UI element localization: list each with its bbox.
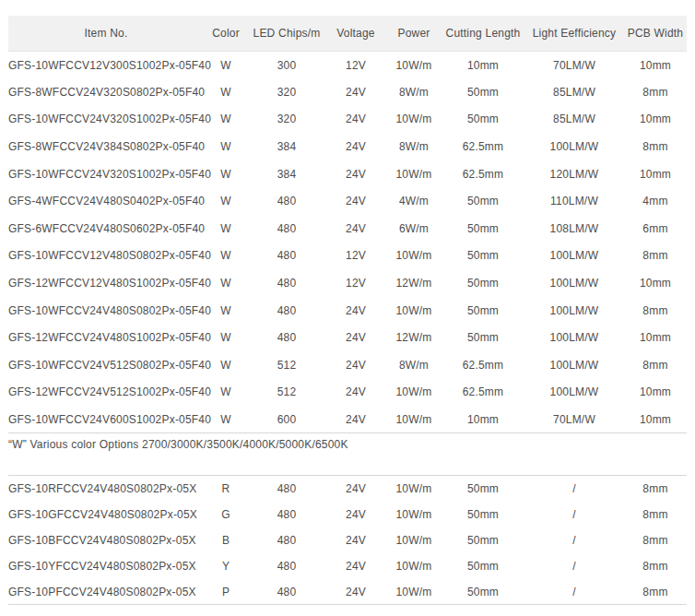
table-row: GFS-8WFCCV24V384S0802Px-05F40W38424V8W/m… xyxy=(8,133,687,160)
cell-voltage: 24V xyxy=(325,553,386,579)
table-row: GFS-8WFCCV24V320S0802Px-05F40W32024V8W/m… xyxy=(8,78,687,106)
cell-pcb-width: 8mm xyxy=(624,297,687,325)
cell-power: 10W/m xyxy=(386,160,442,188)
cell-item-no: GFS-10YFCCV24V480S0802Px-05X xyxy=(8,553,204,579)
cell-power: 10W/m xyxy=(386,379,442,407)
cell-voltage: 24V xyxy=(325,133,386,160)
cell-led-chips: 480 xyxy=(248,215,325,243)
cell-cutting-length: 50mm xyxy=(442,324,524,351)
table-row: GFS-10RFCCV24V480S0802Px-05XR48024V10W/m… xyxy=(8,476,687,502)
cell-led-chips: 480 xyxy=(248,187,325,215)
table-row: GFS-10WFCCV24V512S0802Px-05F40W51224V8W/… xyxy=(8,351,687,379)
cell-item-no: GFS-8WFCCV24V384S0802Px-05F40 xyxy=(8,133,204,160)
cell-led-chips: 300 xyxy=(248,52,325,79)
cell-cutting-length: 50mm xyxy=(442,243,524,270)
cell-power: 10W/m xyxy=(386,579,442,605)
cell-pcb-width: 10mm xyxy=(624,160,687,188)
cell-cutting-length: 10mm xyxy=(442,52,524,79)
table-row: GFS-10WFCCV24V320S1002Px-05F40W32024V10W… xyxy=(8,106,687,134)
cell-color: W xyxy=(204,215,248,243)
cell-light-efficiency: 85LM/W xyxy=(524,78,624,106)
header-voltage: Voltage xyxy=(325,16,386,52)
cell-voltage: 24V xyxy=(325,379,386,407)
cell-cutting-length: 62.5mm xyxy=(442,160,524,188)
cell-led-chips: 384 xyxy=(248,133,325,160)
color-options-note: “W” Various color Options 2700/3000K/350… xyxy=(8,433,687,476)
cell-power: 10W/m xyxy=(386,243,442,270)
cell-light-efficiency: 100LM/W xyxy=(524,379,624,407)
cell-pcb-width: 8mm xyxy=(624,133,687,160)
cell-light-efficiency: 70LM/W xyxy=(524,406,624,433)
header-led-chips: LED Chips/m xyxy=(248,16,325,52)
cell-power: 8W/m xyxy=(386,133,442,160)
cell-item-no: GFS-10WFCCV24V320S1002Px-05F40 xyxy=(8,160,204,188)
cell-item-no: GFS-10WFCCV24V600S1002Px-05F40 xyxy=(8,406,204,433)
cell-item-no: GFS-8WFCCV24V320S0802Px-05F40 xyxy=(8,78,204,106)
cell-power: 10W/m xyxy=(386,476,442,502)
cell-power: 8W/m xyxy=(386,351,442,379)
cell-pcb-width: 8mm xyxy=(624,502,687,527)
cell-led-chips: 480 xyxy=(248,269,325,297)
spec-table: Item No.ColorLED Chips/mVoltagePowerCutt… xyxy=(8,16,687,605)
cell-pcb-width: 8mm xyxy=(624,351,687,379)
cell-light-efficiency: / xyxy=(524,527,624,553)
cell-voltage: 24V xyxy=(325,351,386,379)
led-strip-spec-sheet: Item No.ColorLED Chips/mVoltagePowerCutt… xyxy=(0,16,695,616)
cell-led-chips: 480 xyxy=(248,297,325,325)
table-row: GFS-6WFCCV24V480S0602Px-05F40W48024V6W/m… xyxy=(8,215,687,243)
cell-light-efficiency: 100LM/W xyxy=(524,269,624,297)
cell-pcb-width: 8mm xyxy=(624,78,687,106)
color-series-section: GFS-10RFCCV24V480S0802Px-05XR48024V10W/m… xyxy=(8,476,687,605)
table-row: GFS-10WFCCV12V300S1002Px-05F40W30012V10W… xyxy=(8,52,687,79)
cell-item-no: GFS-12WFCCV24V512S1002Px-05F40 xyxy=(8,379,204,407)
cell-cutting-length: 62.5mm xyxy=(442,351,524,379)
cell-led-chips: 480 xyxy=(248,502,325,527)
cell-light-efficiency: 70LM/W xyxy=(524,52,624,79)
cell-light-efficiency: / xyxy=(524,476,624,502)
cell-item-no: GFS-10WFCCV24V320S1002Px-05F40 xyxy=(8,106,204,134)
cell-item-no: GFS-4WFCCV24V480S0402Px-05F40 xyxy=(8,187,204,215)
cell-color: W xyxy=(204,187,248,215)
table-row: GFS-10BFCCV24V480S0802Px-05XB48024V10W/m… xyxy=(8,527,687,553)
cell-voltage: 12V xyxy=(325,52,386,79)
cell-pcb-width: 10mm xyxy=(624,269,687,297)
cell-power: 10W/m xyxy=(386,52,442,79)
cell-item-no: GFS-10GFCCV24V480S0802Px-05X xyxy=(8,502,204,527)
cell-pcb-width: 10mm xyxy=(624,52,687,79)
cell-voltage: 24V xyxy=(325,160,386,188)
cell-cutting-length: 50mm xyxy=(442,269,524,297)
cell-power: 10W/m xyxy=(386,553,442,579)
cell-cutting-length: 50mm xyxy=(442,106,524,134)
note-section: “W” Various color Options 2700/3000K/350… xyxy=(8,433,687,476)
cell-power: 4W/m xyxy=(386,187,442,215)
cell-led-chips: 480 xyxy=(248,243,325,270)
cell-cutting-length: 50mm xyxy=(442,215,524,243)
cell-voltage: 24V xyxy=(325,187,386,215)
cell-power: 10W/m xyxy=(386,406,442,433)
cell-color: W xyxy=(204,78,248,106)
header-item-no: Item No. xyxy=(8,16,204,52)
cell-light-efficiency: 100LM/W xyxy=(524,243,624,270)
cell-led-chips: 320 xyxy=(248,106,325,134)
cell-cutting-length: 50mm xyxy=(442,297,524,325)
cell-cutting-length: 10mm xyxy=(442,406,524,433)
cell-voltage: 24V xyxy=(325,406,386,433)
cell-cutting-length: 50mm xyxy=(442,502,524,527)
header-pcb-width: PCB Width xyxy=(624,16,687,52)
cell-voltage: 24V xyxy=(325,324,386,351)
cell-color: Y xyxy=(204,553,248,579)
cell-voltage: 24V xyxy=(325,502,386,527)
cell-light-efficiency: 100LM/W xyxy=(524,133,624,160)
cell-led-chips: 480 xyxy=(248,476,325,502)
header-power: Power xyxy=(386,16,442,52)
cell-color: R xyxy=(204,476,248,502)
cell-led-chips: 480 xyxy=(248,527,325,553)
cell-light-efficiency: 100LM/W xyxy=(524,324,624,351)
cell-voltage: 12V xyxy=(325,269,386,297)
cell-pcb-width: 10mm xyxy=(624,406,687,433)
header-cutting-length: Cutting Length xyxy=(442,16,524,52)
cell-item-no: GFS-10WFCCV12V300S1002Px-05F40 xyxy=(8,52,204,79)
cell-power: 12W/m xyxy=(386,324,442,351)
cell-voltage: 24V xyxy=(325,78,386,106)
cell-power: 10W/m xyxy=(386,527,442,553)
